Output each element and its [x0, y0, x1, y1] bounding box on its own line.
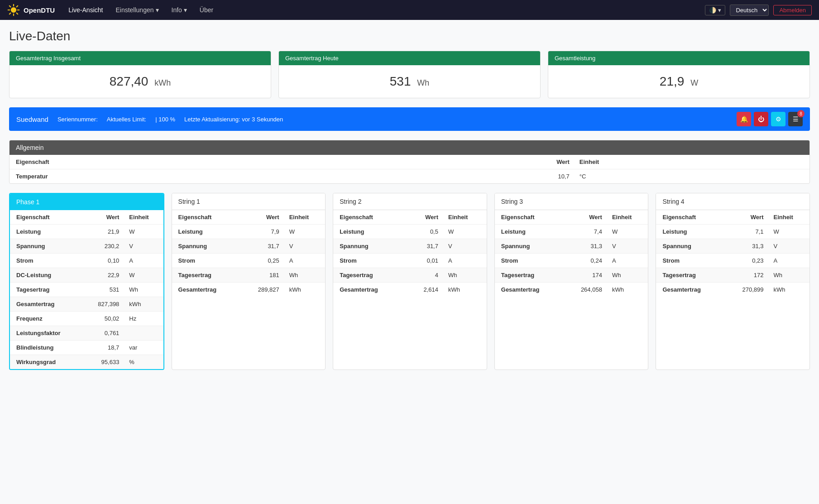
s4-col-wert: Wert: [724, 210, 770, 225]
cell-value: 270,899: [724, 283, 770, 297]
string2-card: String 2 Eigenschaft Wert Einheit Leistu…: [333, 193, 487, 370]
power-button[interactable]: ⏻: [754, 112, 768, 126]
cell-value: 31,7: [406, 239, 445, 254]
cell-unit: A: [608, 254, 648, 268]
cell-unit: Wh: [770, 268, 809, 283]
phase1-header: Phase 1: [10, 194, 163, 210]
table-row: Spannung31,3V: [656, 239, 809, 254]
panels-row: Phase 1 Eigenschaft Wert Einheit Leistun…: [9, 193, 810, 370]
cell-unit: Hz: [125, 312, 163, 326]
s4-col-einheit: Einheit: [770, 210, 809, 225]
cell-value: 0,25: [240, 254, 285, 268]
table-row: Strom0,24A: [495, 254, 648, 268]
logout-button[interactable]: Abmelden: [773, 5, 812, 15]
cell-unit: V: [445, 239, 487, 254]
card-gesamtertrag-heute: Gesamtertrag Heute 531 Wh: [278, 51, 541, 98]
table-row: Spannung31,7V: [172, 239, 326, 254]
cell-value: 2,614: [406, 283, 445, 297]
allgemein-header: Allgemein: [10, 140, 809, 155]
cell-unit: A: [125, 254, 163, 268]
settings-button[interactable]: ⚙: [771, 112, 785, 126]
language-select[interactable]: Deutsch English: [730, 5, 769, 16]
table-row: Gesamtertrag264,058kWh: [495, 283, 648, 297]
cell-prop: Gesamtertrag: [10, 297, 82, 312]
string4-header: String 4: [656, 193, 809, 210]
cell-value: 181: [240, 268, 285, 283]
cell-value: 264,058: [563, 283, 608, 297]
table-row: Spannung230,2V: [10, 239, 163, 254]
cell-prop: DC-Leistung: [10, 268, 82, 283]
log-button[interactable]: ☰ 8: [788, 112, 803, 126]
cell-value: 4: [406, 268, 445, 283]
nav-live-ansicht[interactable]: Live-Ansicht: [64, 5, 107, 15]
svg-line-8: [10, 13, 11, 14]
card-unit-2: Wh: [417, 78, 429, 87]
device-bar-actions: 🔔 ⏻ ⚙ ☰ 8: [737, 112, 803, 126]
cell-unit: W: [445, 225, 487, 239]
table-row: Strom0,23A: [656, 254, 809, 268]
col-einheit: Einheit: [576, 155, 809, 169]
alarm-button[interactable]: 🔔: [737, 112, 751, 126]
string4-card: String 4 Eigenschaft Wert Einheit Leistu…: [656, 193, 810, 370]
cell-prop: Gesamtertrag: [495, 283, 563, 297]
s2-col-prop: Eigenschaft: [333, 210, 406, 225]
card-header-1: Gesamtertrag Insgesamt: [10, 51, 271, 65]
card-body-1: 827,40 kWh: [10, 65, 271, 98]
s2-col-wert: Wert: [406, 210, 445, 225]
page-title: Live-Daten: [9, 29, 810, 43]
nav-info[interactable]: Info ▾: [167, 5, 192, 15]
table-row: Blindleistung18,7var: [10, 341, 163, 355]
chevron-down-icon3: ▾: [718, 7, 721, 14]
cell-prop: Strom: [10, 254, 82, 268]
string1-header: String 1: [172, 193, 326, 210]
device-update: Letzte Aktualisierung: vor 3 Sekunden: [184, 116, 283, 123]
string3-card: String 3 Eigenschaft Wert Einheit Leistu…: [494, 193, 649, 370]
cell-prop: Strom: [656, 254, 724, 268]
cell-value: 531: [82, 283, 126, 297]
cell-prop: Leistung: [10, 225, 82, 239]
table-row: Frequenz50,02Hz: [10, 312, 163, 326]
string2-header: String 2: [333, 193, 487, 210]
table-row: Tagesertrag181Wh: [172, 268, 326, 283]
p1-col-prop: Eigenschaft: [10, 210, 82, 225]
device-limit-label: Aktuelles Limit:: [107, 116, 146, 123]
cell-unit: W: [125, 268, 163, 283]
cell-unit: V: [608, 239, 648, 254]
table-row: Tagesertrag531Wh: [10, 283, 163, 297]
cell-unit: W: [125, 225, 163, 239]
cell-value: 22,9: [82, 268, 126, 283]
card-header-2: Gesamtertrag Heute: [279, 51, 540, 65]
card-header-3: Gesamtleistung: [548, 51, 809, 65]
string3-header: String 3: [495, 193, 648, 210]
table-row: DC-Leistung22,9W: [10, 268, 163, 283]
table-row: Leistung0,5W: [333, 225, 487, 239]
table-row: Gesamtertrag270,899kWh: [656, 283, 809, 297]
card-unit-1: kWh: [154, 78, 171, 87]
cell-value: 31,7: [240, 239, 285, 254]
cell-prop: Tagesertrag: [495, 268, 563, 283]
device-serial-label: Seriennummer:: [57, 116, 98, 123]
sun-icon: [7, 4, 20, 16]
nav-uber[interactable]: Über: [195, 5, 218, 15]
card-gesamtleistung: Gesamtleistung 21,9 W: [548, 51, 810, 98]
nav-einstellungen[interactable]: Einstellungen ▾: [111, 5, 163, 15]
cell-value: 31,3: [724, 239, 770, 254]
allgemein-table: Eigenschaft Wert Einheit Temperatur10,7°…: [10, 155, 809, 183]
cell-prop: Tagesertrag: [172, 268, 240, 283]
cell-unit: kWh: [608, 283, 648, 297]
cell-prop: Tagesertrag: [656, 268, 724, 283]
cell-unit: Wh: [445, 268, 487, 283]
s1-col-wert: Wert: [240, 210, 285, 225]
alarm-icon: 🔔: [740, 115, 748, 123]
table-row: Leistung7,9W: [172, 225, 326, 239]
cell-prop: Strom: [495, 254, 563, 268]
theme-toggle[interactable]: 🌓 ▾: [705, 5, 725, 15]
cell-value: 827,398: [82, 297, 126, 312]
theme-icon: 🌓: [709, 7, 716, 14]
cell-unit: V: [286, 239, 326, 254]
table-row: Leistung7,1W: [656, 225, 809, 239]
cell-unit: V: [770, 239, 809, 254]
main-content: Live-Daten Gesamtertrag Insgesamt 827,40…: [0, 20, 819, 379]
cell-prop: Gesamtertrag: [656, 283, 724, 297]
cell-value: 0,01: [406, 254, 445, 268]
